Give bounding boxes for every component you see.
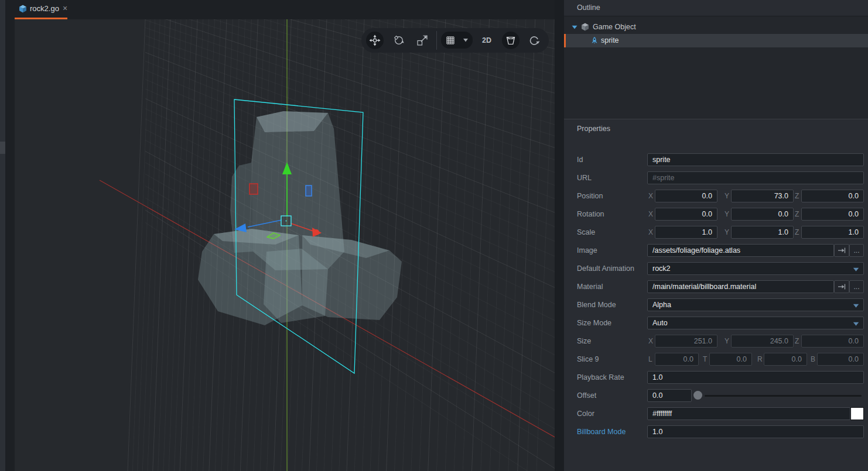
property-label: Default Animation (577, 262, 646, 275)
offset-slider-thumb[interactable] (693, 391, 702, 400)
open-resource-icon (838, 247, 846, 254)
tab-rock2-go[interactable]: rock2.go × (15, 0, 67, 19)
property-label: Playback Rate (577, 371, 646, 384)
property-row-scale: Scale X Y Z (564, 226, 868, 239)
property-label: Position (577, 190, 646, 202)
rock-mesh (198, 111, 402, 325)
grid-settings-button[interactable] (441, 32, 473, 49)
inspector-panel: Outline Game Object (564, 0, 868, 471)
selected-value: Auto (648, 319, 668, 327)
refresh-view-button[interactable] (525, 32, 543, 49)
browse-resource-button[interactable]: ... (849, 244, 864, 257)
property-row-playback-rate: Playback Rate (564, 371, 868, 384)
tab-close-icon[interactable]: × (63, 4, 67, 12)
billboard-mode-input[interactable] (647, 425, 864, 438)
position-y-input[interactable] (731, 190, 794, 202)
rotate-tool-icon (393, 35, 405, 46)
toolbar-divider (436, 31, 437, 50)
sprite-icon (590, 36, 599, 45)
url-input[interactable] (647, 171, 864, 184)
outline-node-label: Game Object (593, 23, 636, 31)
camera-frustum-icon (505, 35, 517, 46)
outline-node-game-object[interactable]: Game Object (564, 20, 868, 34)
property-label: Slice 9 (577, 353, 646, 366)
property-label: Id (577, 153, 646, 166)
open-resource-button[interactable] (834, 280, 849, 293)
scale-x-input[interactable] (655, 226, 717, 239)
property-row-slice9: Slice 9 L T R B (564, 353, 868, 366)
slice9-t-input (709, 353, 752, 366)
outline-node-sprite[interactable]: sprite (564, 34, 868, 47)
default-animation-select[interactable]: rock2 (647, 262, 864, 275)
image-resource-input[interactable] (647, 244, 834, 257)
size-y-input (731, 335, 794, 348)
property-row-billboard-mode: Billboard Mode (564, 425, 868, 438)
refresh-icon (528, 35, 540, 46)
chevron-down-icon (463, 38, 469, 42)
scale-tool-button[interactable] (414, 32, 431, 49)
left-dock-rail (0, 0, 5, 471)
property-label: Scale (577, 226, 646, 239)
gizmo-xy-plane-handle[interactable] (306, 185, 312, 196)
browse-resource-button[interactable]: ... (849, 280, 864, 293)
property-row-size: Size X Y Z (564, 335, 868, 348)
panel-splitter[interactable] (555, 0, 564, 471)
scene-canvas[interactable] (15, 19, 555, 471)
color-input[interactable] (647, 407, 850, 420)
property-row-offset: Offset (564, 389, 868, 402)
rotate-tool-button[interactable] (390, 32, 408, 49)
open-resource-icon (838, 283, 846, 290)
rotation-z-input[interactable] (801, 208, 864, 221)
properties-title: Properties (577, 125, 610, 133)
scale-y-input[interactable] (731, 226, 794, 239)
gizmo-yz-plane-handle[interactable] (250, 184, 258, 194)
outline-panel-title: Outline (577, 0, 600, 16)
game-object-cube-icon (581, 23, 589, 31)
offset-slider-track[interactable] (705, 395, 862, 397)
property-label: Offset (577, 389, 646, 402)
color-swatch[interactable] (850, 407, 864, 420)
mode-2d-button[interactable]: 2D (479, 32, 495, 49)
move-tool-button[interactable] (366, 32, 384, 49)
open-resource-button[interactable] (834, 244, 849, 257)
chevron-down-icon (853, 304, 859, 308)
property-row-size-mode: Size Mode Auto (564, 317, 868, 329)
perspective-camera-button[interactable] (502, 32, 520, 49)
playback-rate-input[interactable] (647, 371, 864, 384)
offset-input[interactable] (647, 389, 692, 402)
property-row-blend-mode: Blend Mode Alpha (564, 298, 868, 311)
expand-caret-icon[interactable] (572, 25, 577, 29)
scale-tool-icon (416, 35, 428, 46)
property-label: Color (577, 407, 646, 420)
property-row-image: Image ... (564, 244, 868, 257)
slice9-r-input (764, 353, 807, 366)
move-tool-icon (369, 35, 381, 46)
id-input[interactable] (647, 153, 864, 166)
selected-value: rock2 (648, 264, 671, 273)
scene-editor-pane: rock2.go × (5, 0, 555, 471)
property-label: Size (577, 335, 646, 348)
position-x-input[interactable] (655, 190, 717, 202)
property-label: URL (577, 171, 646, 184)
rotation-y-input[interactable] (731, 208, 794, 221)
grid-icon (446, 36, 455, 45)
property-label: Blend Mode (577, 298, 646, 311)
material-resource-input[interactable] (647, 280, 834, 293)
rotation-x-input[interactable] (655, 208, 717, 221)
slice9-l-input (655, 353, 699, 366)
selected-value: Alpha (648, 301, 671, 309)
scale-z-input[interactable] (801, 226, 864, 239)
property-row-id: Id (564, 153, 868, 166)
property-row-color: Color (564, 407, 868, 420)
slice9-b-input (817, 353, 864, 366)
size-mode-select[interactable]: Auto (647, 317, 864, 329)
property-label-overridden: Billboard Mode (577, 425, 646, 438)
blend-mode-select[interactable]: Alpha (647, 298, 864, 311)
size-x-input (655, 335, 717, 348)
left-dock-handle[interactable] (0, 142, 5, 154)
game-object-file-icon (19, 5, 27, 13)
property-label: Image (577, 244, 646, 257)
scene-viewport[interactable]: 2D (15, 19, 555, 471)
position-z-input[interactable] (801, 190, 864, 202)
chevron-down-icon (853, 322, 859, 326)
